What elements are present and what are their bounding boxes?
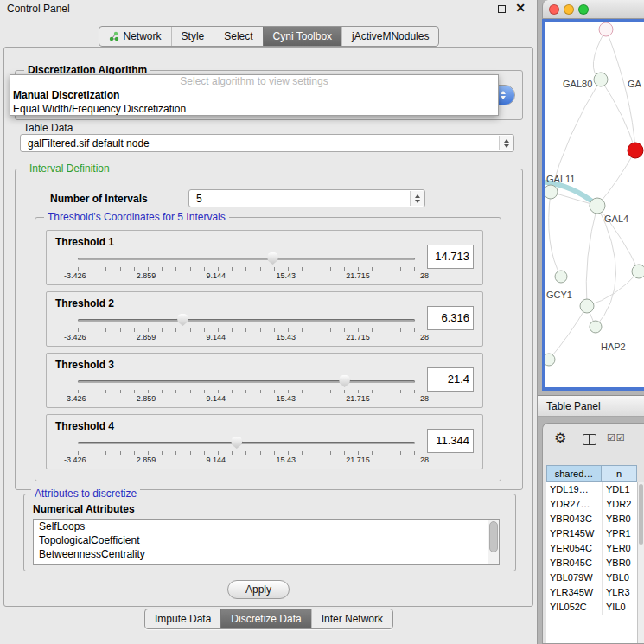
table-row[interactable]: YIL052C YIL0: [546, 600, 637, 615]
tab-style[interactable]: Style: [171, 27, 214, 46]
minimize-traffic-light[interactable]: [564, 4, 574, 15]
table-cell[interactable]: YER0: [602, 541, 637, 556]
threshold-slider[interactable]: [78, 374, 415, 388]
threshold-panel: Threshold 3 -3.426 2.859 9.144 15.43 21.…: [46, 353, 483, 408]
columns-icon[interactable]: [583, 434, 596, 445]
table-scrollbar[interactable]: [637, 482, 644, 643]
slider-ticks: [78, 451, 415, 455]
threshold-slider[interactable]: [78, 252, 415, 265]
list-scrollbar[interactable]: [488, 520, 499, 564]
scale-label: 28: [420, 394, 429, 403]
network-node[interactable]: [580, 299, 594, 313]
stepper-icon[interactable]: [410, 191, 424, 206]
tab-select[interactable]: Select: [214, 27, 262, 46]
column-header-name[interactable]: n: [602, 465, 637, 482]
tab-cyni-toolbox[interactable]: Cyni Toolbox: [263, 27, 341, 46]
slider-thumb[interactable]: [267, 252, 278, 265]
scale-label: -3.426: [64, 394, 86, 403]
table-cell[interactable]: YBR0: [602, 512, 637, 526]
tab-network[interactable]: Network: [99, 27, 171, 46]
network-node[interactable]: [590, 198, 605, 214]
column-header-shared-name[interactable]: shared…: [546, 465, 602, 482]
table-data-select[interactable]: galFiltered.sif default node: [20, 134, 514, 152]
close-icon[interactable]: ✕: [515, 1, 526, 15]
slider-track[interactable]: [78, 258, 415, 260]
slider-track[interactable]: [78, 319, 415, 322]
arrow-down-icon: [415, 200, 420, 203]
slider-track[interactable]: [78, 442, 415, 444]
list-item[interactable]: BetweennessCentrality: [34, 547, 499, 561]
network-node[interactable]: [599, 22, 613, 36]
network-node[interactable]: [632, 265, 644, 278]
apply-button[interactable]: Apply: [227, 580, 290, 599]
network-node[interactable]: [555, 271, 567, 283]
network-node[interactable]: [545, 354, 555, 366]
table-row[interactable]: YLR345W YLR3: [546, 585, 637, 600]
slider-thumb[interactable]: [231, 437, 242, 449]
tab-infer-network[interactable]: Infer Network: [311, 609, 392, 628]
threshold-label: Threshold 4: [55, 420, 114, 432]
table-cell[interactable]: YBL0: [602, 571, 637, 585]
network-node[interactable]: [590, 321, 602, 333]
close-traffic-light[interactable]: [549, 4, 559, 15]
threshold-slider[interactable]: [78, 436, 415, 450]
tab-impute-data[interactable]: Impute Data: [145, 609, 220, 628]
table-row[interactable]: YDR27… YDR2: [546, 497, 637, 512]
table-row[interactable]: YER054C YER0: [546, 541, 637, 556]
table-cell[interactable]: YPR1: [602, 526, 637, 541]
zoom-traffic-light[interactable]: [578, 4, 589, 15]
table-cell[interactable]: YPR145W: [546, 526, 602, 541]
threshold-value-field[interactable]: 11.344: [427, 429, 474, 453]
scale-label: 21.715: [346, 333, 370, 341]
network-node[interactable]: [594, 73, 608, 86]
slider-thumb[interactable]: [177, 314, 188, 326]
threshold-value-field[interactable]: 14.713: [427, 245, 474, 269]
float-window-icon[interactable]: [498, 5, 506, 13]
tab-jactivemnodules[interactable]: jActiveMNodules: [341, 27, 438, 46]
table-cell[interactable]: YER054C: [546, 541, 602, 556]
algorithm-option[interactable]: Manual Discretization: [10, 88, 498, 102]
stepper-icon[interactable]: [499, 136, 513, 150]
arrow-down-icon: [501, 96, 506, 99]
slider-track[interactable]: [78, 380, 415, 383]
table-cell[interactable]: YLR3: [602, 585, 637, 600]
table-cell[interactable]: YIL0: [602, 600, 637, 615]
selected-network-node[interactable]: [628, 143, 643, 158]
slider-thumb[interactable]: [339, 375, 350, 387]
select-columns-icons[interactable]: ☑☑: [607, 432, 626, 443]
table-cell[interactable]: YDL19…: [546, 482, 602, 497]
network-canvas[interactable]: GAL80 GA GAL11 GAL4 GCY1 HAP2: [542, 19, 644, 391]
table-cell[interactable]: YDR2: [602, 497, 637, 512]
arrow-down-icon: [504, 144, 509, 148]
gear-icon[interactable]: ⚙: [554, 431, 566, 445]
table-row[interactable]: YBR045C YBR0: [546, 556, 637, 571]
num-intervals-select[interactable]: 5: [188, 189, 425, 207]
scrollbar-thumb[interactable]: [639, 484, 643, 545]
tab-discretize-data[interactable]: Discretize Data: [220, 609, 310, 628]
numerical-attributes-label: Numerical Attributes: [33, 503, 135, 515]
threshold-value-field[interactable]: 21.4: [427, 367, 474, 392]
threshold-value-field[interactable]: 6.316: [427, 306, 474, 330]
table-row[interactable]: YBR043C YBR0: [546, 512, 637, 526]
table-body: YDL19… YDL1 YDR27… YDR2 YBR043C YBR0 YPR…: [546, 482, 637, 643]
table-cell[interactable]: YLR345W: [546, 585, 602, 600]
table-cell[interactable]: YDL1: [602, 482, 637, 497]
list-item[interactable]: TopologicalCoefficient: [34, 533, 499, 547]
table-cell[interactable]: YBR0: [602, 556, 637, 571]
table-cell[interactable]: YBR045C: [546, 556, 602, 571]
list-item[interactable]: SelfLoops: [34, 520, 499, 533]
algorithm-option[interactable]: Equal Width/Frequency Discretization: [10, 102, 498, 116]
node-label: GCY1: [546, 290, 572, 300]
table-cell[interactable]: YIL052C: [546, 600, 602, 615]
threshold-slider[interactable]: [78, 313, 415, 327]
scrollbar-thumb[interactable]: [489, 521, 498, 552]
table-row[interactable]: YPR145W YPR1: [546, 526, 637, 541]
table-row[interactable]: YDL19… YDL1: [546, 482, 637, 497]
arrow-up-icon: [415, 194, 420, 198]
table-cell[interactable]: YBL079W: [546, 571, 602, 585]
scale-label: 2.859: [137, 456, 156, 464]
table-cell[interactable]: YDR27…: [546, 497, 602, 512]
table-row[interactable]: YBL079W YBL0: [546, 571, 637, 585]
network-node[interactable]: [545, 185, 558, 199]
table-cell[interactable]: YBR043C: [546, 512, 602, 526]
